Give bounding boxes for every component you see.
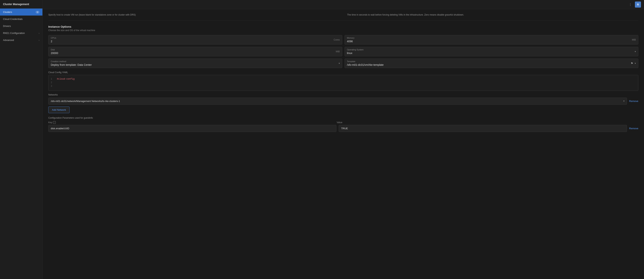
instance-options-title: Instance Options [48,25,638,28]
sidebar-nav: Clusters 1 Cloud Credentials Drivers RKE… [0,9,42,279]
code-text: #cloud-config [57,77,75,81]
cpus-unit: Cores [334,39,340,41]
page-content: Specify host to create VM run (leave bla… [42,9,644,140]
memory-field: Memory 4096 MiB [344,35,638,45]
disk-unit: MiB [336,50,340,53]
remove-network-button[interactable]: Remove [629,100,638,103]
memory-unit: MiB [632,39,636,41]
memory-label: Memory [347,37,636,39]
cpus-field: CPUs 2 Cores [48,35,342,45]
creation-template-row: Creation method Deploy from template: Da… [48,59,638,68]
sidebar-title: Cluster Management [3,3,29,6]
chevron-right-icon: › [39,39,40,41]
chevron-right-icon: › [39,32,40,34]
sidebar-item-label: Drivers [3,25,11,28]
network-row-0: /sfo-m01-dc01/network/Management Network… [48,98,638,105]
cpus-label: CPUs [51,37,340,39]
chevron-down-icon: ▾ [635,62,636,65]
line-number: 3 [51,85,54,88]
sidebar-header: Cluster Management [0,0,42,9]
os-label: Operating System [347,49,636,51]
cloud-config-label: Cloud Config YAML [48,71,638,74]
remove-param-button[interactable]: Remove [629,127,638,130]
template-value: /sfo-m01-dc01/vm/rke-template [347,63,631,66]
cpus-memory-row: CPUs 2 Cores Memory 4096 MiB [48,35,638,45]
sidebar-item-label: Advanced [3,39,14,42]
sidebar-item-label: Clusters [3,11,12,14]
avatar: R [635,2,641,8]
value-input[interactable] [339,125,627,132]
sidebar-item-cloud-credentials[interactable]: Cloud Credentials [0,16,42,23]
key-input[interactable] [48,125,336,132]
chevron-down-icon: ▾ [623,100,624,102]
kv-header: Key i Value [48,121,638,124]
sidebar-item-drivers[interactable]: Drivers [0,23,42,30]
instance-options-subtitle: Choose the size and OS of the virtual ma… [48,29,638,32]
network-value: /sfo-m01-dc01/network/Management Network… [51,100,120,103]
main-content: ⋮ R Specify host to create VM run (leave… [42,0,644,279]
code-line-2: 2 [51,81,636,85]
chevron-down-icon: ▾ [339,62,340,65]
networks-label: Networks [48,93,638,96]
clusters-badge: 1 [36,11,40,14]
creation-method-value: Deploy from template: Data Center [51,63,340,66]
creation-method-field[interactable]: Creation method Deploy from template: Da… [48,59,342,68]
top-description: Specify host to create VM run (leave bla… [48,13,638,21]
network-select[interactable]: /sfo-m01-dc01/network/Management Network… [48,98,627,105]
kv-row-0: Remove [48,125,638,132]
disk-os-row: Disk 20000 MiB Operating System linux ▾ [48,47,638,56]
config-params-label: Configuration Parameters used for guesti… [48,117,638,119]
chevron-down-icon: ▾ [635,50,636,53]
topbar-icons: ⋮ R [628,2,641,8]
code-line-3: 3 [51,85,636,88]
info-icon: i [53,121,56,124]
code-text [57,85,58,88]
add-network-button[interactable]: Add Network [48,107,70,113]
creation-method-label: Creation method [51,60,340,63]
template-field[interactable]: Template /sfo-m01-dc01/vm/rke-template ⚑… [344,59,638,68]
memory-value[interactable]: 4096 [347,40,636,43]
key-label: Key [48,121,52,124]
topbar: ⋮ R [42,0,644,9]
line-number: 2 [51,81,54,85]
cpus-value[interactable]: 2 [51,40,340,43]
template-label: Template [347,60,631,63]
sidebar-item-label: RKE1 Configuration [3,32,25,35]
description-left: Specify host to create VM run (leave bla… [48,13,340,17]
more-options-button[interactable]: ⋮ [628,2,633,7]
value-header: Value [337,121,623,124]
sidebar-item-clusters[interactable]: Clusters 1 [0,9,42,16]
code-text [57,81,58,85]
key-header: Key i [48,121,334,124]
template-flag-icon: ⚑ [631,62,633,65]
sidebar-item-advanced[interactable]: Advanced › [0,37,42,44]
disk-value[interactable]: 20000 [51,52,340,55]
code-line-1: 1 #cloud-config [51,77,636,81]
value-label: Value [337,121,342,124]
disk-field: Disk 20000 MiB [48,47,342,56]
sidebar-item-label: Cloud Credentials [3,18,22,21]
disk-label: Disk [51,49,340,51]
description-right: The time in seconds to wait before forci… [347,13,638,17]
line-number: 1 [51,77,54,81]
sidebar: Cluster Management Clusters 1 Cloud Cred… [0,0,42,279]
os-value: linux [347,52,636,55]
os-field[interactable]: Operating System linux ▾ [344,47,638,56]
sidebar-item-rke1-configuration[interactable]: RKE1 Configuration › [0,30,42,37]
cloud-config-editor[interactable]: 1 #cloud-config 2 3 [48,75,638,91]
